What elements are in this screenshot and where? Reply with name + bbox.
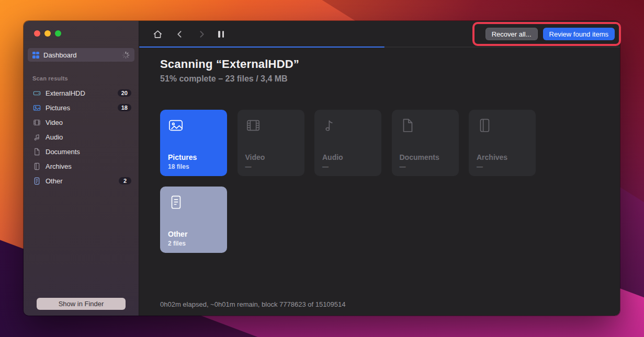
sidebar-item-label: Video [46,119,63,126]
scan-progress-summary: 51% complete – 23 files / 3,4 MB [160,74,288,84]
audio-icon [33,133,41,141]
main-content: Recover all... Review found items Scanni… [139,21,620,316]
forward-icon[interactable] [196,29,207,39]
archive-icon [33,162,41,170]
dashboard-grid-icon [32,52,39,59]
document-icon [400,118,415,133]
card-value: — [477,163,483,170]
sidebar-item-label: Audio [46,133,63,141]
sidebar-item-label: Archives [46,162,72,170]
card-label: Audio [322,153,343,161]
audio-icon [322,118,338,133]
sidebar-item-label: Documents [46,148,80,156]
activity-spinner-icon [122,51,130,59]
scan-status-text: 0h02m elapsed, ~0h01m remain, block 7778… [160,300,346,308]
traffic-lights [24,21,139,37]
video-icon [245,118,261,133]
home-icon[interactable] [152,29,163,39]
card-video[interactable]: Video — [238,110,304,176]
card-other[interactable]: Other 2 files [160,187,227,253]
sidebar-item-externalhdd[interactable]: ExternalHDD 20 [24,86,139,100]
card-value: 2 files [168,240,186,247]
back-icon[interactable] [174,29,185,39]
app-window: Dashboard Scan results [24,21,620,316]
sidebar-item-pictures[interactable]: Pictures 18 [24,100,139,115]
minimize-window-button[interactable] [44,30,51,37]
count-badge: 18 [118,104,131,111]
show-in-finder-button[interactable]: Show in Finder [37,298,126,310]
card-archives[interactable]: Archives — [469,110,536,176]
card-label: Archives [477,153,507,161]
zoom-window-button[interactable] [55,30,61,37]
sidebar-item-label: Other [46,177,63,185]
card-pictures[interactable]: Pictures 18 files [160,110,227,176]
other-file-icon [168,194,184,210]
document-icon [33,148,41,156]
card-documents[interactable]: Documents — [392,110,459,176]
drive-icon [33,89,41,97]
card-value: — [322,163,329,170]
sidebar-item-label: ExternalHDD [46,89,85,97]
toolbar-actions: Recover all... Review found items [485,28,615,40]
card-value: — [245,163,252,170]
review-found-items-button[interactable]: Review found items [543,28,615,40]
card-label: Pictures [168,153,197,161]
toolbar: Recover all... Review found items [139,21,620,47]
sidebar-item-dashboard[interactable]: Dashboard [28,48,134,62]
archive-icon [477,118,492,133]
card-audio[interactable]: Audio — [314,110,381,176]
count-badge: 20 [118,89,131,97]
other-file-icon [33,177,41,185]
sidebar-item-label: Pictures [46,104,70,112]
card-value: — [400,163,406,170]
video-icon [33,119,41,126]
scan-progress-bar [139,47,385,48]
sidebar-item-audio[interactable]: Audio [24,130,139,144]
pictures-icon [33,104,41,112]
count-badge: 2 [119,177,131,184]
category-cards-grid: Pictures 18 files Video — [160,110,536,253]
sidebar: Dashboard Scan results [24,21,139,316]
card-value: 18 files [168,163,189,170]
sidebar-item-video[interactable]: Video [24,115,139,130]
card-label: Other [168,230,187,238]
sidebar-item-documents[interactable]: Documents [24,144,139,159]
page-title: Scanning “ExternalHDD” [160,57,299,71]
scan-results-section-label: Scan results [32,75,139,82]
sidebar-item-other[interactable]: Other 2 [24,173,139,188]
sidebar-item-archives[interactable]: Archives [24,159,139,173]
pictures-icon [168,118,184,133]
card-label: Video [245,153,265,161]
dashboard-label: Dashboard [43,51,77,59]
scan-progress-track [139,47,620,48]
recover-all-button[interactable]: Recover all... [485,28,538,40]
card-label: Documents [400,153,439,161]
pause-icon[interactable] [218,29,224,39]
close-window-button[interactable] [34,30,40,37]
